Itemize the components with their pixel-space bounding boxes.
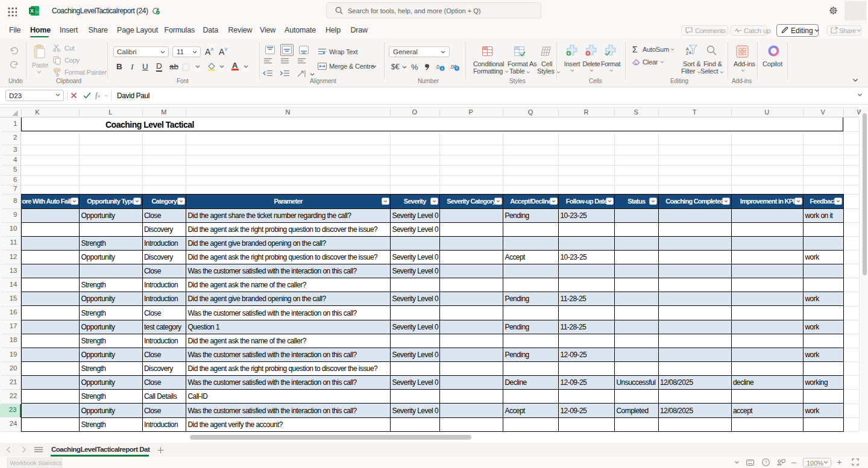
svg-text:.0: .0	[435, 64, 439, 70]
svg-text:X: X	[30, 8, 34, 14]
svg-text:A: A	[686, 47, 689, 51]
svg-text:Z: Z	[686, 51, 689, 55]
svg-text:?: ?	[764, 460, 767, 465]
